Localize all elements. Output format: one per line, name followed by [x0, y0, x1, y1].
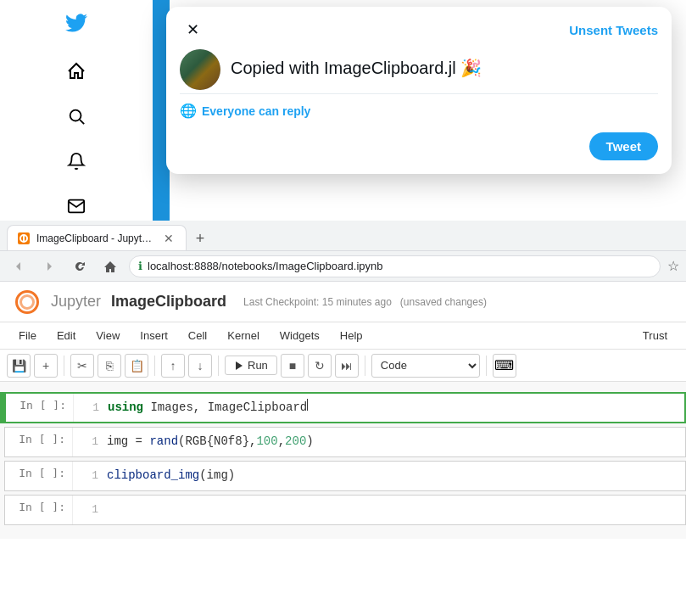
- tweet-text: Copied with ImageClipboard.jl 🎉: [231, 49, 658, 93]
- twitter-sidebar: [0, 0, 153, 221]
- menu-insert[interactable]: Insert: [131, 326, 176, 345]
- cell-inner-2: In [ ]: 1img = rand(RGB{N0f8},100,200): [4, 427, 686, 457]
- url-bar[interactable]: ℹ localhost:8888/notebooks/ImageClipboar…: [129, 255, 661, 277]
- tweet-button[interactable]: Tweet: [589, 132, 658, 160]
- modal-footer: Tweet: [166, 126, 672, 164]
- jupyter-logo: [14, 288, 41, 316]
- tab-bar: ImageClipboard - Jupyter No... ✕ +: [0, 221, 686, 251]
- cell-prompt-3: In [ ]:: [5, 462, 73, 490]
- cell-prompt-2: In [ ]:: [5, 428, 73, 456]
- new-tab-button[interactable]: +: [188, 227, 212, 250]
- menu-edit[interactable]: Edit: [48, 326, 84, 345]
- tab-close-button[interactable]: ✕: [162, 230, 176, 247]
- tab-favicon: [18, 232, 30, 244]
- menu-kernel[interactable]: Kernel: [219, 326, 268, 345]
- tweet-body: Copied with ImageClipboard.jl 🎉: [166, 49, 672, 93]
- checkpoint-text: Last Checkpoint: 15 minutes ago: [243, 296, 392, 308]
- home-icon[interactable]: [61, 57, 92, 87]
- browser-section: ImageClipboard - Jupyter No... ✕ + ℹ loc…: [0, 221, 686, 616]
- unsent-tweets-link[interactable]: Unsent Tweets: [569, 23, 658, 37]
- cell-4[interactable]: In [ ]: 1: [0, 495, 686, 525]
- restart-button[interactable]: ↻: [308, 354, 332, 378]
- keyboard-shortcuts-button[interactable]: ⌨: [493, 354, 516, 378]
- lock-icon: ℹ: [138, 260, 142, 272]
- move-up-button[interactable]: ↑: [161, 354, 185, 378]
- cell-inner-3: In [ ]: 1clipboard_img(img): [4, 461, 686, 491]
- cell-2[interactable]: In [ ]: 1img = rand(RGB{N0f8},100,200): [0, 427, 686, 457]
- address-bar: ℹ localhost:8888/notebooks/ImageClipboar…: [0, 251, 686, 282]
- cell-1[interactable]: In [ ]: 1using Images, ImageClipboard: [0, 392, 686, 423]
- browser-tab[interactable]: ImageClipboard - Jupyter No... ✕: [7, 225, 187, 250]
- refresh-button[interactable]: [68, 255, 92, 278]
- cell-prompt-1: In [ ]:: [6, 394, 74, 422]
- url-text: localhost:8888/notebooks/ImageClipboard.…: [148, 260, 383, 272]
- run-label: Run: [248, 359, 268, 372]
- notebook-name[interactable]: ImageClipboard: [111, 293, 226, 311]
- interrupt-button[interactable]: ■: [281, 354, 304, 378]
- svg-marker-4: [236, 361, 243, 370]
- svg-point-0: [70, 110, 81, 121]
- avatar: [180, 49, 220, 90]
- toolbar: 💾 + ✂ ⎘ 📋 ↑ ↓ Run ■ ↻ ⏭ Code Markdown Ra…: [0, 350, 686, 382]
- menu-file[interactable]: File: [10, 326, 45, 345]
- jupyter-header: Jupyter ImageClipboard Last Checkpoint: …: [0, 282, 686, 322]
- tweet-modal: ✕ Unsent Tweets Copied with ImageClipboa…: [166, 7, 672, 174]
- menu-cell[interactable]: Cell: [180, 326, 215, 345]
- toolbar-separator-1: [64, 356, 64, 376]
- notifications-icon[interactable]: [61, 146, 92, 176]
- toolbar-separator-5: [486, 356, 487, 376]
- checkpoint-info: Last Checkpoint: 15 minutes ago (unsaved…: [243, 296, 487, 308]
- modal-header: ✕ Unsent Tweets: [166, 7, 672, 49]
- menu-widgets[interactable]: Widgets: [271, 326, 328, 345]
- search-icon[interactable]: [61, 102, 92, 132]
- cell-code-1[interactable]: 1using Images, ImageClipboard: [74, 394, 684, 422]
- toolbar-separator-3: [218, 356, 219, 376]
- unsaved-text: (unsaved changes): [400, 296, 487, 308]
- avatar-image: [180, 49, 220, 90]
- cell-prompt-4: In [ ]:: [5, 496, 73, 524]
- menu-view[interactable]: View: [87, 326, 128, 345]
- home-nav-button[interactable]: [98, 255, 122, 278]
- twitter-bird-icon[interactable]: [61, 8, 92, 38]
- menu-help[interactable]: Help: [332, 326, 371, 345]
- svg-line-1: [80, 120, 84, 124]
- toolbar-separator-2: [154, 356, 155, 376]
- jupyter-app-name: Jupyter: [51, 293, 101, 311]
- messages-icon[interactable]: [61, 191, 92, 221]
- save-button[interactable]: 💾: [7, 354, 31, 378]
- tab-label: ImageClipboard - Jupyter No...: [36, 232, 155, 244]
- ring-inner: [20, 294, 35, 310]
- add-cell-button[interactable]: +: [34, 354, 58, 378]
- trust-button[interactable]: Trust: [634, 326, 676, 345]
- cell-code-3[interactable]: 1clipboard_img(img): [73, 462, 685, 490]
- cell-code-4[interactable]: 1: [73, 496, 685, 524]
- close-button[interactable]: ✕: [180, 17, 205, 42]
- paste-button[interactable]: 📋: [125, 354, 148, 378]
- cell-inner-1: In [ ]: 1using Images, ImageClipboard: [4, 392, 686, 423]
- cell-code-2[interactable]: 1img = rand(RGB{N0f8},100,200): [73, 428, 685, 456]
- globe-icon: 🌐: [180, 103, 197, 119]
- tweet-content: Copied with ImageClipboard.jl 🎉: [231, 49, 658, 93]
- cell-inner-4: In [ ]: 1: [4, 495, 686, 525]
- bookmark-button[interactable]: ☆: [667, 258, 679, 274]
- toolbar-separator-4: [365, 356, 365, 376]
- notebook-area: In [ ]: 1using Images, ImageClipboard In…: [0, 382, 686, 539]
- menu-bar: File Edit View Insert Cell Kernel Widget…: [0, 322, 686, 350]
- move-down-button[interactable]: ↓: [188, 354, 212, 378]
- restart-run-button[interactable]: ⏭: [335, 354, 359, 378]
- cell-type-select[interactable]: Code Markdown Raw NBConvert: [371, 354, 480, 378]
- copy-button[interactable]: ⎘: [98, 354, 121, 378]
- run-button[interactable]: Run: [225, 356, 277, 375]
- cut-button[interactable]: ✂: [70, 354, 94, 378]
- cell-3[interactable]: In [ ]: 1clipboard_img(img): [0, 461, 686, 491]
- back-button[interactable]: [7, 255, 31, 278]
- jupyter-rings-icon: [14, 288, 41, 316]
- reply-setting[interactable]: 🌐 Everyone can reply: [166, 94, 672, 126]
- forward-button[interactable]: [37, 255, 61, 278]
- reply-setting-label[interactable]: Everyone can reply: [202, 104, 310, 118]
